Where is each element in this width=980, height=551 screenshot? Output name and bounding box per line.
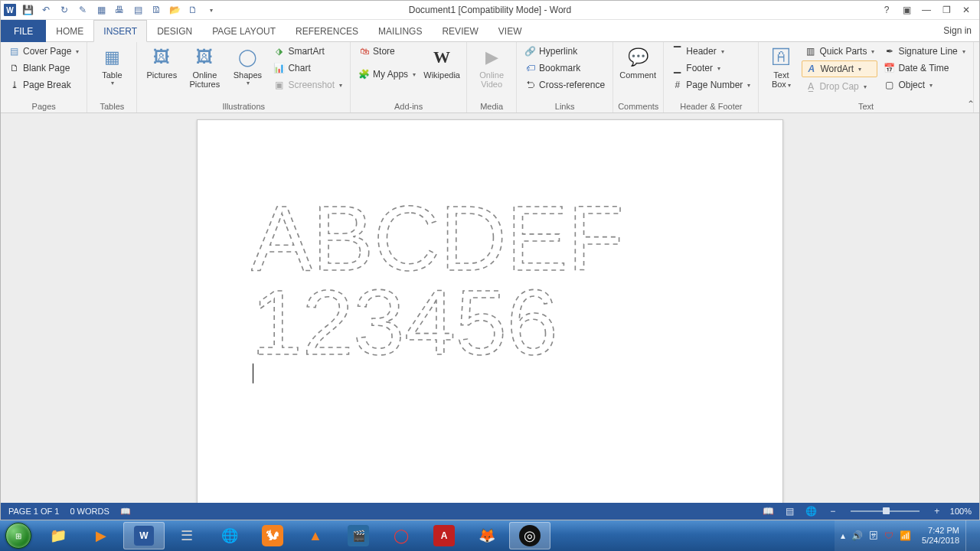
tab-design[interactable]: DESIGN [147,20,202,42]
comment-button[interactable]: 💬 Comment [618,44,658,82]
zoom-level[interactable]: 100% [950,507,972,516]
help-icon[interactable]: ? [878,3,895,17]
pictures-button[interactable]: 🖼 Pictures [142,44,181,82]
zoom-slider[interactable] [851,510,920,512]
qat-icon-6[interactable]: 🖶 [113,3,126,17]
cross-reference-button[interactable]: ⮌ Cross-reference [521,77,608,93]
undo-icon[interactable]: ↶ [39,3,53,17]
tray-icon-3[interactable]: 🈂 [869,530,878,541]
print-layout-icon[interactable]: ▤ [782,505,799,517]
my-apps-button[interactable]: 🧩 My Apps▾ [355,67,419,82]
taskbar-app-4[interactable]: ☰ [166,522,207,549]
document-area[interactable]: ABCDEF 123456 [1,113,979,503]
page[interactable]: ABCDEF 123456 [197,119,783,503]
tab-mailings[interactable]: MAILINGS [368,20,432,42]
drop-cap-button[interactable]: A̲ Drop Cap▾ [802,79,877,94]
tab-page-layout[interactable]: PAGE LAYOUT [202,20,286,42]
drop-cap-label: Drop Cap [819,81,858,92]
word-app-icon: W [4,4,16,16]
object-button[interactable]: ▢ Object▾ [880,77,968,93]
smartart-button[interactable]: ⬗ SmartArt [270,44,345,59]
zoom-thumb[interactable] [883,507,890,514]
group-comments: 💬 Comment Comments [613,42,664,112]
restore-icon[interactable]: ❐ [938,3,955,17]
zoom-out-button[interactable]: − [825,505,841,517]
tab-references[interactable]: REFERENCES [286,20,368,42]
page-break-button[interactable]: ⤓ Page Break [5,77,82,93]
show-desktop-button[interactable] [965,520,974,551]
taskbar-opera[interactable]: ◯ [381,522,422,549]
network-icon[interactable]: 📶 [900,530,911,541]
word-count[interactable]: 0 WORDS [70,507,109,516]
tab-view[interactable]: VIEW [488,20,532,42]
security-icon[interactable]: 🛡 [884,530,893,541]
tab-review[interactable]: REVIEW [432,20,488,42]
footer-button[interactable]: ▁ Footer▾ [668,60,753,76]
zoom-in-button[interactable]: + [929,505,946,517]
shapes-button[interactable]: ◯ Shapes▾ [227,44,267,88]
screenshot-button[interactable]: ▣ Screenshot▾ [270,77,345,93]
start-button[interactable]: ⊞ [0,520,37,551]
wordart-button[interactable]: A WordArt▾ [802,60,877,77]
text-box-button[interactable]: 🄰 TextBox▾ [763,44,799,90]
online-pictures-button[interactable]: 🖼 OnlinePictures [185,44,224,90]
group-links: 🔗 Hyperlink 🏷 Bookmark ⮌ Cross-reference… [517,42,613,112]
qat-icon-4[interactable]: ✎ [76,3,90,17]
tab-insert[interactable]: INSERT [93,20,147,42]
qat-customize-icon[interactable]: ▾ [204,3,218,17]
collapse-ribbon-icon[interactable]: ⌃ [967,99,975,109]
taskbar-word[interactable]: W [123,522,165,549]
taskbar-ucbrowser[interactable]: 🐿 [252,522,293,549]
minimize-icon[interactable]: — [918,3,935,17]
taskbar-firefox[interactable]: 🦊 [466,522,508,549]
online-video-button[interactable]: ▶ OnlineVideo [472,44,511,90]
tab-home[interactable]: HOME [46,20,93,42]
taskbar-vlc[interactable]: ▲ [295,522,336,549]
signature-line-button[interactable]: ✒ Signature Line▾ [880,44,968,59]
table-button[interactable]: ▦ Table▾ [92,44,132,88]
date-time-button[interactable]: 📅 Date & Time [880,60,968,76]
chrome-icon: 🌐 [219,525,240,546]
taskbar-mediaplayer[interactable]: ▶ [80,522,122,549]
page-number-button[interactable]: # Page Number▾ [668,77,753,93]
qat-icon-5[interactable]: ▦ [94,3,108,17]
open-icon[interactable]: 📂 [168,3,181,17]
bookmark-label: Bookmark [539,63,580,73]
taskbar-app-8[interactable]: 🎬 [338,522,379,549]
page-indicator[interactable]: PAGE 1 OF 1 [8,507,59,516]
quick-parts-label: Quick Parts [819,46,867,57]
repeat-icon[interactable]: ↻ [57,3,71,17]
wikipedia-button[interactable]: W Wikipedia [422,44,462,82]
taskbar-camera[interactable]: ◎ [509,522,550,549]
hyperlink-button[interactable]: 🔗 Hyperlink [521,44,608,59]
taskbar-clock[interactable]: 7:42 PM 5/24/2018 [917,526,959,546]
chart-button[interactable]: 📊 Chart [270,60,345,76]
ribbon-display-options-icon[interactable]: ▣ [898,3,915,17]
blank-page-button[interactable]: 🗋 Blank Page [5,60,82,76]
sign-in-link[interactable]: Sign in [936,20,979,41]
text-box-icon: 🄰 [769,45,793,70]
close-icon[interactable]: ✕ [958,3,975,17]
taskbar-explorer[interactable]: 📁 [38,522,79,549]
firefox-icon: 🦊 [476,525,498,546]
new-doc-icon[interactable]: 🗋 [186,3,200,17]
qat-icon-7[interactable]: ▤ [131,3,145,17]
qat-icon-8[interactable]: 🖻 [149,3,163,17]
header-button[interactable]: ▔ Header▾ [668,44,753,59]
spellcheck-icon[interactable]: 📖 [120,507,131,517]
volume-icon[interactable]: 🔊 [851,530,863,541]
taskbar-adobe[interactable]: A [423,522,465,549]
bookmark-button[interactable]: 🏷 Bookmark [521,60,608,76]
save-icon[interactable]: 💾 [21,3,34,17]
read-mode-icon[interactable]: 📖 [760,505,777,517]
quick-parts-button[interactable]: ▥ Quick Parts▾ [802,44,877,59]
store-button[interactable]: 🛍 Store [355,44,419,59]
tab-file[interactable]: FILE [1,20,46,42]
taskbar-chrome[interactable]: 🌐 [209,522,250,549]
page-number-label: Page Number [686,80,743,90]
group-pages: ▤ Cover Page▾ 🗋 Blank Page ⤓ Page Break … [1,42,87,112]
cover-page-button[interactable]: ▤ Cover Page▾ [5,44,82,59]
show-hidden-icons-icon[interactable]: ▴ [841,530,845,541]
page-content: ABCDEF 123456 [251,186,737,387]
web-layout-icon[interactable]: 🌐 [803,505,820,517]
